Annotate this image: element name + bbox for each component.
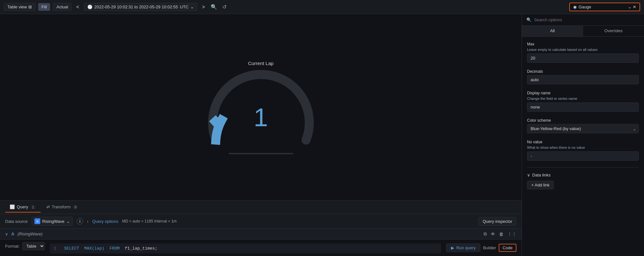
query-inspector-button[interactable]: Query inspector bbox=[478, 217, 516, 226]
trash-icon[interactable]: 🗑 bbox=[499, 232, 504, 237]
data-links-label: Data links bbox=[532, 173, 551, 177]
no-value-desc: What to show when there is no value bbox=[527, 146, 639, 149]
sql-func: MAX(lap) bbox=[84, 246, 104, 251]
gauge-icon: ◉ bbox=[573, 5, 577, 9]
more-icon[interactable]: ⋮⋮ bbox=[507, 232, 516, 237]
transform-tab-badge: 0 bbox=[72, 205, 78, 209]
fill-button[interactable]: Fill bbox=[38, 3, 51, 11]
format-select-wrapper: Table bbox=[22, 242, 45, 250]
tab-all[interactable]: All bbox=[522, 26, 583, 36]
no-value-label: No value bbox=[527, 140, 639, 144]
settings-color-scheme: Color scheme Blue-Yellow-Red (by value) … bbox=[527, 118, 639, 133]
settings-data-links: ∨ Data links + Add link bbox=[527, 173, 639, 189]
table-view-icon: ⊞ bbox=[28, 5, 32, 9]
decimals-label: Decimals bbox=[527, 69, 639, 74]
query-actions: ⧉ 👁 🗑 ⋮⋮ bbox=[484, 231, 516, 237]
eye-icon[interactable]: 👁 bbox=[491, 232, 495, 237]
data-links-header: ∨ Data links bbox=[527, 173, 639, 177]
datasource-selector[interactable]: ≋ RisingWave ⌄ bbox=[32, 217, 73, 226]
query-run-controls: ▶ Run query Builder Code bbox=[446, 243, 516, 252]
panel-type-selector[interactable]: ◉ Gauge ⌄ ✕ bbox=[569, 3, 640, 11]
center-panel: Current Lap 1 ⬜ Query 1 bbox=[0, 14, 522, 256]
settings-no-value: No value What to show when there is no v… bbox=[527, 140, 639, 161]
risingwave-icon: ≋ bbox=[34, 218, 40, 224]
right-panel-tabs: All Overrides bbox=[522, 26, 644, 37]
datasource-info-button[interactable]: ℹ bbox=[77, 218, 83, 224]
add-link-button[interactable]: + Add link bbox=[527, 181, 554, 189]
right-panel: 🔍 All Overrides Max Leave empty to calcu… bbox=[522, 14, 644, 256]
tab-overrides-label: Overrides bbox=[604, 28, 622, 33]
datasource-label: Data source bbox=[5, 219, 28, 224]
query-controls: Format: Table bbox=[5, 242, 45, 250]
data-links-title[interactable]: ∨ Data links bbox=[527, 173, 551, 177]
fill-label: Fill bbox=[42, 5, 47, 9]
tab-query[interactable]: ⬜ Query 1 bbox=[5, 202, 41, 213]
top-bar: Table view ⊞ Fill Actual < 🕐 2022-05-29 … bbox=[0, 0, 644, 14]
clock-icon: 🕐 bbox=[87, 5, 92, 9]
color-scheme-label: Color scheme bbox=[527, 118, 639, 123]
transform-tab-icon: ⇄ bbox=[46, 204, 50, 209]
query-tab-label: Query bbox=[17, 204, 28, 209]
display-name-input[interactable] bbox=[527, 102, 639, 112]
color-scheme-select[interactable]: Blue-Yellow-Red (by value) bbox=[527, 124, 639, 133]
settings-display-name: Display name Change the field or series … bbox=[527, 91, 639, 112]
decimals-input[interactable] bbox=[527, 75, 639, 84]
sql-line-1: 1 SELECT MAX(lap) FROM f1_lap_times; bbox=[54, 246, 437, 251]
viz-area: Current Lap 1 bbox=[0, 14, 522, 200]
panel-type-close: ✕ bbox=[633, 5, 636, 9]
timezone-chevron: ⌄ bbox=[190, 5, 194, 9]
time-range-picker[interactable]: 🕐 2022-05-29 10:02:31 to 2022-05-29 10:0… bbox=[84, 3, 197, 11]
top-bar-left: Table view ⊞ Fill Actual < 🕐 2022-05-29 … bbox=[4, 3, 567, 11]
code-button[interactable]: Code bbox=[499, 244, 516, 252]
data-links-chevron: ∨ bbox=[527, 173, 530, 177]
sql-select-keyword: SELECT bbox=[64, 246, 79, 251]
query-tab-badge: 1 bbox=[30, 205, 36, 209]
tab-all-label: All bbox=[550, 28, 555, 33]
gauge-container: 1 bbox=[200, 69, 322, 153]
main-layout: Current Lap 1 ⬜ Query 1 bbox=[0, 14, 644, 256]
time-prev-button[interactable]: < bbox=[74, 4, 81, 11]
zoom-out-button[interactable]: 🔍 bbox=[209, 3, 218, 11]
query-tab-icon: ⬜ bbox=[10, 204, 15, 209]
sql-editor[interactable]: 1 SELECT MAX(lap) FROM f1_lap_times; bbox=[50, 243, 441, 253]
display-name-desc: Change the field or series name bbox=[527, 97, 639, 100]
copy-icon[interactable]: ⧉ bbox=[484, 231, 487, 237]
format-label: Format: bbox=[5, 244, 20, 249]
panel-type-arrows: ⌄ ✕ bbox=[628, 5, 636, 9]
max-input[interactable] bbox=[527, 53, 639, 63]
actual-button[interactable]: Actual bbox=[53, 3, 72, 11]
play-icon: ▶ bbox=[451, 245, 454, 250]
panel-type-label: Gauge bbox=[579, 5, 591, 9]
chevron-right-icon: › bbox=[87, 219, 88, 224]
settings-decimals: Decimals bbox=[527, 69, 639, 84]
transform-tab-label: Transform bbox=[52, 204, 71, 209]
query-id-label: A bbox=[11, 232, 14, 236]
tab-transform[interactable]: ⇄ Transform 0 bbox=[42, 202, 83, 213]
tab-overrides[interactable]: Overrides bbox=[583, 26, 644, 36]
right-panel-content: Max Leave empty to calculate based on al… bbox=[522, 37, 644, 256]
refresh-button[interactable]: ↺ bbox=[221, 3, 228, 11]
gauge-progress-bar bbox=[229, 153, 293, 154]
format-select[interactable]: Table bbox=[22, 242, 45, 250]
panel-type-inner: ◉ Gauge bbox=[573, 5, 591, 9]
time-next-button[interactable]: > bbox=[200, 4, 207, 11]
run-query-button[interactable]: ▶ Run query bbox=[446, 243, 480, 252]
query-tabs: ⬜ Query 1 ⇄ Transform 0 bbox=[0, 200, 522, 214]
search-input[interactable] bbox=[534, 17, 639, 22]
sql-from-keyword: FROM bbox=[110, 246, 120, 251]
query-datasource-name: (RisingWave) bbox=[17, 232, 43, 236]
collapse-button[interactable]: ∨ bbox=[5, 232, 8, 236]
query-editor-area: 1 SELECT MAX(lap) FROM f1_lap_times; bbox=[50, 243, 441, 253]
add-link-label: + Add link bbox=[531, 183, 550, 187]
query-panel: Data source ≋ RisingWave ⌄ ℹ › Query opt… bbox=[0, 214, 522, 256]
builder-button[interactable]: Builder bbox=[483, 245, 496, 250]
table-view-button[interactable]: Table view ⊞ bbox=[4, 3, 35, 11]
max-label: Max bbox=[527, 42, 639, 46]
timezone-label: UTC bbox=[180, 5, 188, 9]
no-value-input[interactable] bbox=[527, 151, 639, 161]
datasource-chevron: ⌄ bbox=[66, 219, 70, 224]
query-options-button[interactable]: Query options bbox=[92, 219, 118, 224]
sql-table: f1_lap_times; bbox=[125, 246, 157, 251]
right-search: 🔍 bbox=[522, 14, 644, 26]
table-view-label: Table view bbox=[7, 5, 27, 9]
